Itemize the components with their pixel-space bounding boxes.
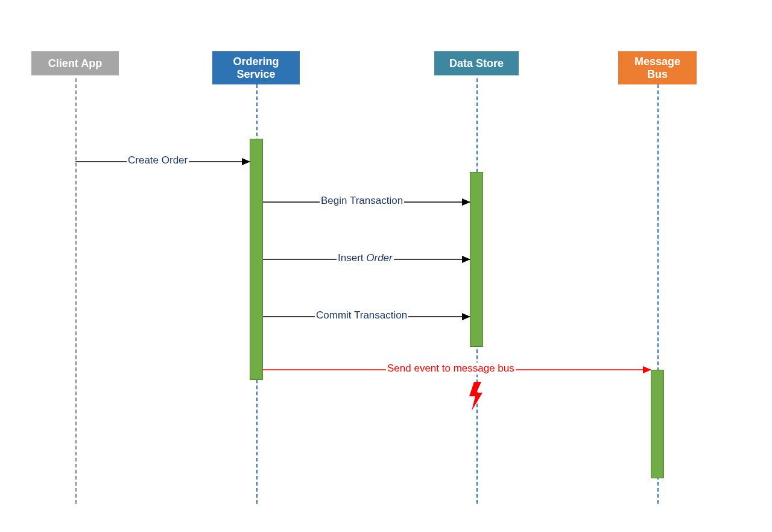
label-send-event: Send event to message bus [386,363,516,375]
label-commit-transaction: Commit Transaction [315,309,408,321]
label-create-order: Create Order [127,154,189,166]
participant-client-label: Client App [48,57,102,70]
participant-store-label: Data Store [449,57,504,70]
participant-ordering-service: Ordering Service [212,51,300,84]
lifeline-client [75,78,77,504]
label-insert-order-em: Order [366,252,392,264]
activation-message-bus [651,370,664,478]
participant-bus-label: Message Bus [634,55,680,80]
label-begin-transaction: Begin Transaction [320,195,404,207]
label-insert-order-prefix: Insert [338,252,366,264]
failure-icon [469,382,482,411]
participant-order-label: Ordering Service [233,55,279,80]
participant-message-bus: Message Bus [618,51,697,84]
participant-data-store: Data Store [434,51,519,75]
activation-data-store [470,172,483,347]
participant-client: Client App [31,51,119,75]
activation-ordering-service [250,139,263,380]
label-insert-order: Insert Order [337,252,394,264]
